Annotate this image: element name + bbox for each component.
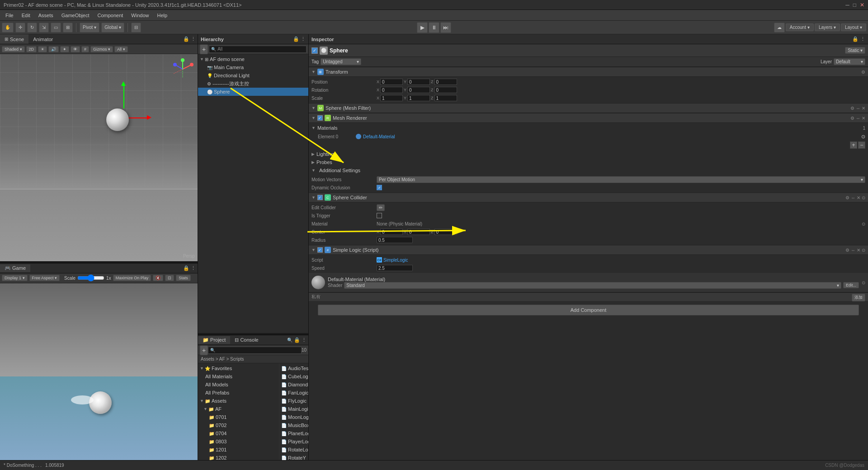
pos-x-field[interactable] — [380, 79, 403, 85]
project-lock[interactable]: 🔒 — [294, 337, 300, 343]
rotate-tool[interactable]: ↻ — [27, 23, 37, 33]
script-ref-value[interactable]: SimpleLogic — [383, 258, 408, 263]
mr-remove-icon[interactable]: ✕ — [862, 116, 865, 121]
enabled-checkbox[interactable]: ✓ — [311, 47, 318, 54]
mf-settings-icon[interactable]: ⚙ — [850, 106, 854, 111]
hierarchy-item-gamecontrol[interactable]: ⚙ ----------游戏主控 — [198, 80, 308, 88]
mf-remove-icon[interactable]: ✕ — [862, 106, 865, 111]
pos-z-field[interactable] — [434, 79, 457, 85]
tab-scene[interactable]: ⊞ Scene — [0, 34, 28, 44]
motion-vectors-dropdown[interactable]: Per Object Motion ▾ — [377, 176, 865, 183]
file-playerlogic[interactable]: 📄PlayerLogic — [279, 437, 308, 446]
is-trigger-checkbox[interactable] — [377, 213, 382, 218]
tab-project[interactable]: 📁 Project — [198, 336, 230, 344]
grid-toggle[interactable]: # — [81, 46, 89, 52]
project-1201[interactable]: 📁1201 — [198, 446, 279, 454]
sl-settings-icon[interactable]: ⚙ — [845, 248, 849, 253]
file-flylogic[interactable]: 📄FlyLogic — [279, 397, 308, 405]
game-panel-menu[interactable]: ⋮ — [191, 265, 196, 271]
display-dropdown[interactable]: Display 1 ▾ — [2, 275, 28, 281]
center-z-field[interactable] — [434, 229, 457, 235]
file-rotatelogic[interactable]: 📄RotateLogic — [279, 446, 308, 454]
scale-slider[interactable] — [77, 275, 104, 281]
shader-dropdown[interactable]: Standard ▾ — [344, 282, 841, 289]
inspector-menu[interactable]: ⋮ — [860, 36, 865, 42]
orientation-gizmo[interactable] — [171, 58, 194, 80]
collider-material-target[interactable]: ⊙ — [862, 221, 865, 226]
hierarchy-menu[interactable]: ⋮ — [301, 36, 306, 42]
private-add-btn[interactable]: 添加 — [852, 294, 865, 301]
hidden-toggle[interactable]: 👁 — [71, 46, 80, 52]
file-moonlogic[interactable]: 📄MoonLogic — [279, 413, 308, 421]
add-component-button[interactable]: Add Component — [318, 305, 859, 315]
maximize-btn[interactable]: Maximize On Play — [113, 275, 151, 281]
material-element-value[interactable]: Default-Material — [363, 134, 395, 139]
hierarchy-add-btn[interactable]: + — [200, 44, 208, 54]
project-all-models[interactable]: All Models — [198, 381, 279, 389]
mute-btn[interactable]: 🔇 — [153, 275, 163, 281]
mesh-renderer-checkbox[interactable]: ✓ — [317, 115, 323, 121]
radius-field[interactable] — [377, 237, 413, 243]
global-dropdown[interactable]: Global ▾ — [101, 23, 124, 33]
pos-y-field[interactable] — [407, 79, 430, 85]
menu-edit[interactable]: Edit — [18, 12, 34, 19]
lighting-toggle[interactable]: ☀ — [38, 46, 47, 52]
project-tree[interactable]: ▼ ⭐ Favorites All Materials All Models A… — [198, 363, 279, 470]
menu-component[interactable]: Component — [94, 12, 127, 19]
probes-fold[interactable]: ▶ Probes — [309, 158, 868, 166]
layers-dropdown[interactable]: Layers ▾ — [815, 24, 840, 31]
project-add-btn[interactable]: + — [200, 345, 208, 355]
rot-x-field[interactable] — [380, 87, 403, 93]
hierarchy-item-maincamera[interactable]: 📷 Main Camera — [198, 63, 308, 71]
file-mainlogic[interactable]: 📄MainLogic — [279, 405, 308, 413]
material-remove-btn[interactable]: − — [858, 141, 865, 149]
close-btn[interactable]: ✕ — [860, 2, 864, 8]
game-content[interactable] — [0, 283, 198, 470]
project-af[interactable]: ▼ 📁 AF — [198, 405, 279, 413]
hierarchy-item-dirlight[interactable]: 💡 Directional Light — [198, 71, 308, 80]
sl-remove-icon[interactable]: ✕ — [857, 248, 860, 253]
hand-tool[interactable]: ✋ — [2, 23, 14, 33]
scale-y-field[interactable] — [407, 95, 430, 101]
hierarchy-lock[interactable]: 🔒 — [293, 36, 299, 42]
layout-dropdown[interactable]: Layout ▾ — [841, 24, 866, 31]
tab-game[interactable]: 🎮 Game — [0, 264, 30, 272]
mr-settings-icon[interactable]: ⚙ — [850, 116, 854, 121]
simplelogic-header[interactable]: ▼ ✓ # Simple Logic (Script) ⚙ ↔ ✕ ⊙ — [309, 245, 868, 255]
mf-move-icon[interactable]: ↔ — [856, 106, 860, 111]
dynamic-occlusion-checkbox[interactable]: ✓ — [377, 185, 382, 190]
menu-assets[interactable]: Assets — [35, 12, 57, 19]
2d-toggle[interactable]: 2D — [26, 46, 37, 52]
file-audiotest[interactable]: 📄AudioTest — [279, 364, 308, 372]
transform-tool[interactable]: ⊞ — [63, 23, 73, 33]
tab-animator[interactable]: Animator — [28, 34, 57, 44]
audio-toggle[interactable]: 🔊 — [48, 46, 59, 52]
scale-x-field[interactable] — [380, 95, 403, 101]
col-settings-icon[interactable]: ⚙ — [845, 195, 849, 200]
sl-target-icon[interactable]: ⊙ — [862, 248, 865, 253]
account-dropdown[interactable]: Account ▾ — [786, 24, 814, 31]
inspector-lock[interactable]: 🔒 — [852, 36, 859, 42]
project-all-prefabs[interactable]: All Prefabs — [198, 389, 279, 397]
hierarchy-item-scene[interactable]: ▼ ⊞ AF demo scene — [198, 55, 308, 63]
script-checkbox[interactable]: ✓ — [317, 247, 323, 253]
pivot-dropdown[interactable]: Pivot ▾ — [80, 23, 99, 33]
collab-icon[interactable]: ☁ — [774, 23, 785, 33]
project-favorites[interactable]: ▼ ⭐ Favorites — [198, 364, 279, 372]
all-dropdown[interactable]: All ▾ — [114, 46, 128, 52]
gizmos-dropdown[interactable]: Gizmos ▾ — [90, 46, 113, 52]
project-files[interactable]: 📄AudioTest 📄CubeLogic 📄DiamondLogic 📄Fan… — [279, 363, 308, 470]
play-button[interactable]: ▶ — [417, 22, 428, 33]
material-target-btn[interactable]: ⊙ — [861, 134, 865, 140]
game-panel-lock[interactable]: 🔒 — [183, 265, 189, 271]
transform-header[interactable]: ▼ ⊞ Transform ⚙ — [309, 67, 868, 77]
static-dropdown[interactable]: Static ▾ — [845, 47, 865, 54]
project-0701[interactable]: 📁0701 — [198, 413, 279, 421]
maximize-btn[interactable]: □ — [853, 2, 856, 8]
scene-panel-lock[interactable]: 🔒 — [183, 36, 189, 42]
sl-move-icon[interactable]: ↔ — [851, 248, 855, 253]
shaded-dropdown[interactable]: Shaded ▾ — [2, 46, 25, 52]
center-y-field[interactable] — [407, 229, 430, 235]
collider-checkbox[interactable]: ✓ — [317, 195, 323, 200]
stats-btn[interactable]: Stats — [176, 275, 191, 281]
